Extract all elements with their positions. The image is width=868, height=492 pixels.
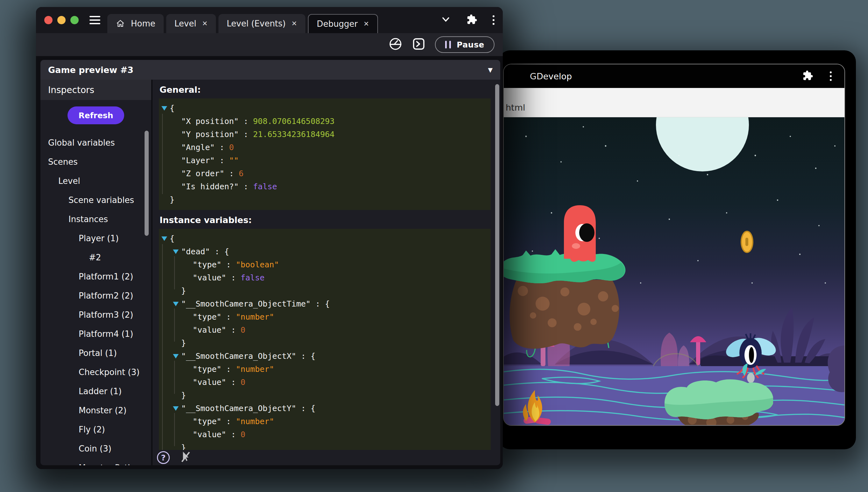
json-line: "type" : "number": [161, 415, 488, 428]
tree-item[interactable]: Portal (1): [41, 344, 151, 363]
game-scene: [504, 117, 844, 425]
collapse-triangle-icon[interactable]: [173, 249, 179, 254]
debugger-footer: ?: [153, 450, 500, 465]
tree-item-label: Monster Path: [79, 463, 133, 465]
window-topbar: Home Level ✕ Level (Events) ✕ Debugger ✕: [36, 7, 503, 33]
json-line: }: [161, 337, 488, 349]
json-line: "value" : 0: [161, 428, 488, 441]
json-line: "__SmoothCamera_ObjectTime" : {: [161, 297, 488, 310]
json-line: "Y position" : 21.65334236184964: [161, 128, 488, 141]
json-line: "Layer" : "": [161, 154, 488, 167]
json-line: }: [161, 441, 488, 450]
address-text: html: [506, 103, 525, 113]
game-preview-selector[interactable]: Game preview #3 ▼: [41, 60, 500, 80]
kebab-menu-icon[interactable]: [493, 15, 495, 25]
json-line-text: "X position" : 908.0706146508293: [181, 115, 335, 128]
tree-item-label: Platform4 (1): [79, 329, 133, 339]
pointer-off-icon[interactable]: [179, 450, 192, 465]
profiler-icon[interactable]: [389, 37, 402, 52]
address-bar[interactable]: html: [504, 88, 844, 117]
sidebar-scrollbar[interactable]: [144, 131, 149, 236]
tab-label: Level: [175, 19, 196, 28]
json-line-text: "value" : 0: [193, 428, 245, 441]
tree-item[interactable]: Level: [41, 171, 151, 191]
collapse-triangle-icon[interactable]: [161, 237, 167, 241]
tab-label: Debugger: [317, 19, 358, 29]
tree-item[interactable]: Scenes: [41, 152, 151, 171]
close-window-button[interactable]: [44, 16, 53, 24]
tree-item[interactable]: Monster Path: [41, 458, 151, 465]
game-viewport[interactable]: [504, 117, 844, 425]
dropdown-caret-icon[interactable]: ▼: [488, 66, 493, 73]
json-line: "type" : "boolean": [161, 258, 488, 271]
json-line: "__SmoothCamera_ObjectX" : {: [161, 349, 488, 363]
tree-item[interactable]: Platform2 (2): [41, 286, 151, 305]
json-line: "Is hidden?" : false: [161, 180, 488, 193]
tree-item[interactable]: Checkpoint (3): [41, 363, 151, 382]
tab[interactable]: Level (Events) ✕: [218, 14, 305, 33]
extensions-puzzle-icon[interactable]: [803, 70, 813, 82]
json-line-text: "__SmoothCamera_ObjectTime" : {: [181, 297, 330, 310]
extensions-puzzle-icon[interactable]: [467, 14, 477, 26]
json-line-text: "type" : "number": [193, 363, 274, 376]
kebab-menu-icon[interactable]: [830, 71, 832, 81]
json-line-text: }: [181, 389, 186, 402]
tab-close-icon[interactable]: ✕: [291, 20, 297, 27]
tab-close-icon[interactable]: ✕: [202, 20, 208, 27]
tree-item[interactable]: Platform1 (2): [41, 267, 151, 286]
console-icon[interactable]: [412, 37, 425, 52]
chevron-down-icon[interactable]: [440, 15, 451, 25]
json-line-text: "Angle" : 0: [181, 141, 234, 154]
pause-button[interactable]: Pause: [435, 36, 495, 53]
json-line: }: [161, 389, 488, 402]
tab-close-icon[interactable]: ✕: [364, 20, 369, 28]
inspectors-sidebar: Inspectors Refresh Global variables Scen…: [41, 80, 151, 465]
tree-item[interactable]: #2: [41, 248, 151, 267]
json-line-text: "value" : 0: [193, 376, 245, 389]
panel-scrollbar[interactable]: [495, 84, 499, 406]
json-line-text: }: [181, 441, 186, 450]
tree-item[interactable]: Player (1): [41, 229, 151, 248]
json-line-text: }: [181, 284, 186, 297]
spiky-plants: [771, 307, 825, 363]
tree-item[interactable]: Global variables: [41, 133, 151, 152]
game-preview-window: GDevelop html: [499, 50, 856, 449]
game-preview-title: Game preview #3: [48, 65, 133, 75]
minimize-window-button[interactable]: [57, 16, 65, 24]
debugger-window: Home Level ✕ Level (Events) ✕ Debugger ✕: [36, 7, 503, 469]
tab[interactable]: Level ✕: [166, 14, 216, 33]
tree-item[interactable]: Instances: [41, 210, 151, 229]
tree-item[interactable]: Coin (3): [41, 439, 151, 458]
tree-item[interactable]: Monster (2): [41, 401, 151, 420]
help-icon[interactable]: ?: [157, 451, 170, 464]
tree-item-label: Checkpoint (3): [79, 367, 139, 377]
tree-item[interactable]: Platform4 (1): [41, 324, 151, 344]
tab[interactable]: Debugger ✕: [308, 14, 378, 33]
tab[interactable]: Home: [107, 14, 164, 33]
json-line-text: "Is hidden?" : false: [181, 180, 277, 193]
tree-item-label: Monster (2): [79, 405, 126, 415]
json-line-text: "Layer" : "": [181, 154, 239, 167]
json-line: "X position" : 908.0706146508293: [161, 115, 488, 128]
tree-item-label: Platform2 (2): [79, 291, 133, 300]
tab-label: Level (Events): [227, 19, 286, 28]
refresh-button[interactable]: Refresh: [68, 106, 124, 124]
inspector-tree: Global variables Scenes Level Scene vari…: [41, 133, 151, 465]
home-icon: [115, 19, 125, 28]
tree-item[interactable]: Platform3 (2): [41, 305, 151, 324]
tab-bar: Home Level ✕ Level (Events) ✕ Debugger ✕: [107, 14, 378, 33]
hamburger-menu-icon[interactable]: [89, 16, 100, 24]
collapse-triangle-icon[interactable]: [173, 406, 179, 411]
collapse-triangle-icon[interactable]: [161, 106, 167, 110]
game-preview-window-frame: GDevelop html: [503, 64, 845, 426]
json-line-text: "type" : "number": [193, 310, 274, 323]
tree-item-label: Scenes: [48, 157, 78, 167]
maximize-window-button[interactable]: [70, 16, 79, 24]
tree-item[interactable]: Scene variables: [41, 191, 151, 210]
collapse-triangle-icon[interactable]: [173, 354, 179, 359]
tree-item[interactable]: Fly (2): [41, 420, 151, 439]
instance-variables-json-view: { "dead" : { "type" : "boolean" "value" …: [159, 229, 491, 450]
collapse-triangle-icon[interactable]: [173, 302, 179, 306]
tree-item[interactable]: Ladder (1): [41, 382, 151, 401]
json-line: }: [161, 284, 488, 297]
